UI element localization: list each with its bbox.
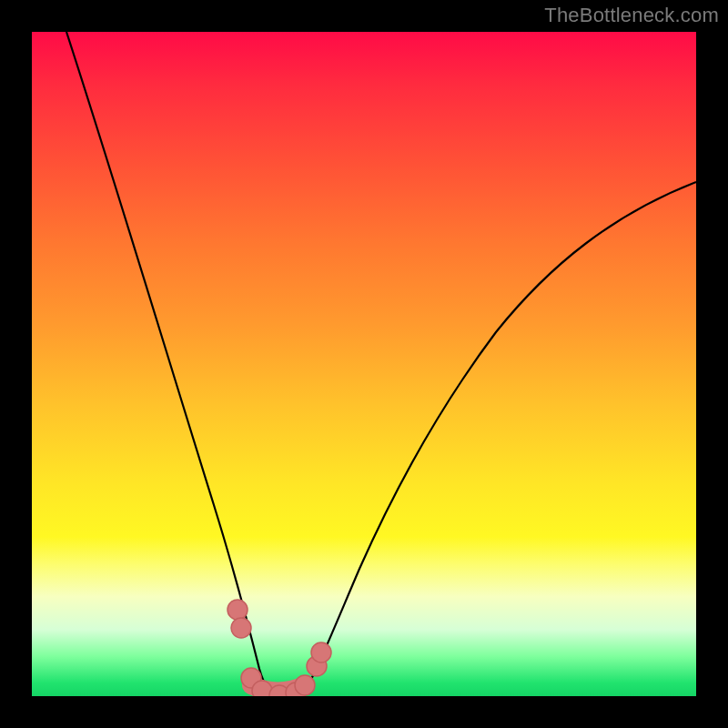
- plot-area: [32, 32, 696, 696]
- marker-dot: [311, 642, 331, 662]
- marker-dot: [295, 675, 315, 695]
- curve-right-branch: [303, 182, 696, 693]
- curve-left-branch: [66, 32, 278, 695]
- chart-svg: [32, 32, 696, 696]
- watermark-text: TheBottleneck.com: [544, 4, 719, 27]
- marker-beads: [228, 600, 331, 696]
- marker-dot: [231, 618, 251, 638]
- chart-container: TheBottleneck.com: [0, 0, 728, 728]
- marker-dot: [228, 600, 248, 620]
